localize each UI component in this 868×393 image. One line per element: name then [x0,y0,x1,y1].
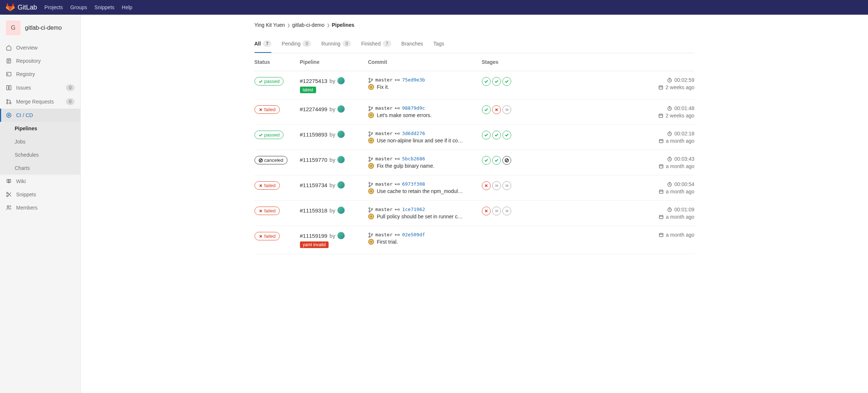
user-avatar[interactable] [337,131,345,138]
stage-skip[interactable] [502,207,511,215]
stage-pass[interactable] [492,77,501,86]
branch-name[interactable]: master [376,77,393,83]
stage-fail[interactable] [482,181,491,190]
commit-avatar [368,239,374,245]
tab-label: Branches [402,41,423,47]
sidebar-item-registry[interactable]: Registry [0,68,80,81]
tab-branches[interactable]: Branches [402,35,423,53]
project-header[interactable]: G gitlab-ci-demo [0,15,80,41]
tab-running[interactable]: Running 0 [321,35,351,53]
stage-cancel[interactable] [502,156,511,165]
user-avatar[interactable] [337,77,345,84]
pipeline-row: canceled #11159770 by master 5bcb2686 Fi… [254,150,695,175]
pipeline-id[interactable]: #11159770 by [300,156,368,163]
user-avatar[interactable] [337,181,345,189]
status-badge-failed[interactable]: failed [254,207,280,215]
sidebar-item-members[interactable]: Members [0,201,80,214]
subnav-pipelines[interactable]: Pipelines [0,122,80,135]
tab-tags[interactable]: Tags [433,35,444,53]
stage-skip[interactable] [492,207,501,215]
branch-name[interactable]: master [376,207,393,212]
status-badge-failed[interactable]: failed [254,181,280,190]
nav-projects[interactable]: Projects [44,4,63,10]
gitlab-icon [6,3,15,12]
breadcrumb-item[interactable]: Ying Kit Yuen [254,22,285,28]
status-badge-failed[interactable]: failed [254,105,280,114]
stage-pass[interactable] [502,77,511,86]
pipeline-id[interactable]: #12274499 by [300,105,368,113]
sidebar-item-repository[interactable]: Repository [0,54,80,68]
tab-all[interactable]: All 7 [254,35,272,53]
commit-sha[interactable]: 3d6dd276 [402,131,425,136]
pipeline-id[interactable]: #11159199 by [300,232,368,239]
users-icon [6,205,12,211]
stage-pass[interactable] [492,156,501,165]
nav-snippets[interactable]: Snippets [95,4,114,10]
stage-pass[interactable] [482,156,491,165]
pipeline-id[interactable]: #11159318 by [300,207,368,214]
pipeline-id[interactable]: #11159893 by [300,131,368,138]
subnav-jobs[interactable]: Jobs [0,135,80,148]
user-avatar[interactable] [337,156,345,163]
stage-fail[interactable] [482,207,491,215]
col-status-header: Status [254,59,300,65]
user-avatar[interactable] [337,207,345,214]
branch-name[interactable]: master [376,232,393,237]
pipeline-id[interactable]: #11159734 by [300,181,368,189]
branch-name[interactable]: master [376,156,393,161]
svg-point-5 [7,99,8,101]
logo[interactable]: GitLab [6,3,37,12]
subnav-schedules[interactable]: Schedules [0,148,80,161]
commit-sha[interactable]: 75ed9e3b [402,77,425,83]
status-text: failed [264,183,276,188]
stage-pass[interactable] [482,77,491,86]
stage-pass[interactable] [482,131,491,139]
nav-help[interactable]: Help [122,4,132,10]
stage-pass[interactable] [492,131,501,139]
stage-pass[interactable] [502,131,511,139]
commit-sha[interactable]: 98879d9c [402,105,425,111]
status-badge-passed[interactable]: passed [254,131,284,139]
duration: 00:02:18 [667,131,695,137]
commit-sha[interactable]: 6973f308 [402,181,425,187]
branch-name[interactable]: master [376,105,393,111]
sidebar-item-snippets[interactable]: Snippets [0,188,80,201]
branch-icon [368,156,373,161]
sidebar-item-overview[interactable]: Overview [0,41,80,54]
scissors-icon [6,192,12,197]
user-avatar[interactable] [337,105,345,113]
sidebar-item-issues[interactable]: Issues 0 [0,81,80,95]
branch-name[interactable]: master [376,131,393,136]
subnav-charts[interactable]: Charts [0,161,80,175]
breadcrumb: Ying Kit Yuen❯gitlab-ci-demo❯Pipelines [254,15,695,35]
status-badge-passed[interactable]: passed [254,77,284,85]
status-badge-failed[interactable]: failed [254,232,280,240]
stage-skip[interactable] [502,105,511,114]
tab-finished[interactable]: Finished 7 [361,35,391,53]
calendar-icon [658,85,663,90]
pipeline-row: passed #12275413 by latest master 75ed9e… [254,71,695,99]
user-avatar[interactable] [337,232,345,239]
commit-sha[interactable]: 5bcb2686 [402,156,425,161]
sidebar-item-ci-cd[interactable]: CI / CD [0,109,80,122]
branch-name[interactable]: master [376,181,393,187]
duration: 00:03:43 [667,156,695,162]
svg-point-22 [371,107,372,108]
stage-pass[interactable] [482,105,491,114]
breadcrumb-item[interactable]: gitlab-ci-demo [292,22,325,28]
stage-skip[interactable] [492,181,501,190]
commit-sha[interactable]: 1ce71962 [402,207,425,212]
clock-icon [667,106,672,111]
pipeline-id[interactable]: #12275413 by [300,77,368,84]
sidebar-item-wiki[interactable]: Wiki [0,175,80,188]
status-badge-canceled[interactable]: canceled [254,156,287,164]
nav-groups[interactable]: Groups [70,4,87,10]
tab-pending[interactable]: Pending 0 [282,35,311,53]
sidebar-item-merge-requests[interactable]: Merge Requests 0 [0,95,80,109]
failed-icon [259,209,263,213]
calendar-icon [659,189,664,194]
stage-skip[interactable] [502,181,511,190]
commit-sha[interactable]: 02e509df [402,232,425,237]
commit-dash-icon [395,156,400,161]
stage-fail[interactable] [492,105,501,114]
